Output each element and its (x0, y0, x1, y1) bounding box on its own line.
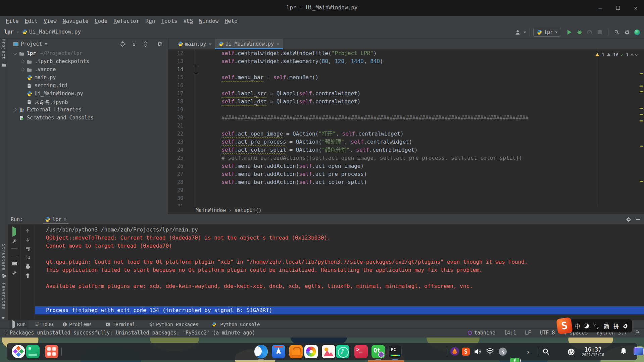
code-line-12[interactable]: 12 self.centralwidget.setWindowTitle("Pr… (168, 49, 644, 57)
pycharm-dock-icon[interactable]: PC (388, 345, 402, 358)
edit-configuration-wrench-icon[interactable] (12, 239, 17, 244)
chevron-right-icon[interactable] (13, 108, 16, 111)
readonly-lock-icon[interactable] (636, 332, 639, 335)
status-event-icon[interactable] (3, 331, 7, 335)
toolbar-python-packages[interactable]: Python Packages (146, 320, 201, 328)
volume-icon[interactable] (474, 348, 481, 355)
menu-view[interactable]: View (41, 18, 60, 24)
locate-file-icon[interactable] (120, 41, 126, 47)
code-line-29[interactable]: 29 (168, 186, 644, 194)
ime-simplified-toggle[interactable]: 简 (603, 322, 609, 330)
stripe-favorites-label[interactable]: Favorites (1, 283, 6, 309)
tree-item-main-py[interactable]: main.py (8, 73, 168, 82)
draw-app-icon[interactable] (304, 345, 318, 358)
tree-item-lpr[interactable]: lpr~/Projects/lpr (8, 49, 168, 57)
tab-main-py[interactable]: main.py × (175, 39, 215, 49)
ime-pinyin-toggle[interactable]: 拼 (613, 322, 619, 330)
close-tab-icon[interactable]: × (63, 216, 66, 222)
run-tab-lpr[interactable]: lpr × (43, 214, 68, 224)
ime-language-toggle[interactable]: 中 (575, 322, 580, 330)
tree-item--ipynb-checkpoints[interactable]: .ipynb_checkpoints (8, 57, 168, 65)
tree-item-external-libraries[interactable]: External Libraries (8, 106, 168, 114)
code-line-16[interactable]: 16 (168, 82, 644, 90)
code-line-27[interactable]: 27 self.menu_bar.addAction(self.act_pre_… (168, 170, 644, 178)
stripe-mark[interactable] (640, 86, 643, 87)
music-app-icon[interactable] (336, 345, 349, 358)
shopping-bag-icon[interactable] (289, 345, 303, 358)
project-panel-title[interactable]: Project (21, 41, 42, 47)
wifi-icon[interactable] (486, 348, 494, 355)
search-icon[interactable] (542, 348, 550, 355)
stripe-project-label[interactable]: Project (1, 39, 6, 59)
code-line-13[interactable]: 13 self.centralwidget.setGeometry(80, 12… (168, 57, 644, 65)
restore-layout-icon[interactable] (12, 261, 17, 266)
code-line-25[interactable]: 25 # self.menu_bar.addActions([self.act_… (168, 154, 644, 162)
tree-item--vscode[interactable]: .vscode (8, 65, 168, 73)
menu-refactor[interactable]: Refactor (110, 18, 142, 24)
tray-sogou-icon[interactable]: S (462, 348, 470, 356)
browser-icon[interactable] (254, 345, 268, 358)
toolbar-terminal[interactable]: Terminal (103, 320, 138, 328)
maximize-button[interactable] (614, 5, 621, 11)
menu-tools[interactable]: Tools (158, 18, 180, 24)
user-account-icon[interactable] (513, 28, 523, 37)
stripe-mark[interactable] (640, 108, 643, 109)
tabnine-widget[interactable]: tabnine (467, 330, 495, 336)
hide-panel-icon[interactable] (636, 219, 640, 220)
debug-button[interactable] (575, 28, 585, 37)
search-everywhere-icon[interactable] (612, 28, 622, 37)
chevron-right-icon[interactable] (20, 67, 24, 71)
close-button[interactable]: × (632, 5, 639, 11)
app-grid-icon[interactable] (45, 345, 58, 358)
stripe-mark[interactable] (640, 181, 643, 182)
status-message[interactable]: Packages uninstalled successfully: Unins… (10, 330, 255, 336)
run-console-output[interactable]: /usr/bin/python3 /home/zqh/Projects/lpr/… (35, 226, 644, 320)
terminal-app-icon[interactable]: >_ (354, 345, 368, 358)
toolbar-run[interactable]: Run (9, 320, 29, 328)
toolbar-todo[interactable]: TODO (32, 320, 56, 328)
photos-app-icon[interactable] (322, 345, 335, 358)
code-line-26[interactable]: 26 self.menu_bar.addAction(self.act_open… (168, 162, 644, 170)
stripe-mark[interactable] (640, 146, 643, 147)
profiler-button[interactable] (585, 28, 595, 37)
bluetooth-icon[interactable] (499, 348, 507, 356)
project-settings-gear-icon[interactable] (157, 41, 162, 47)
next-issue-icon[interactable] (635, 53, 639, 56)
tray-flame-icon[interactable] (450, 347, 459, 356)
chevron-right-icon[interactable] (20, 59, 24, 63)
toolbar-python-console[interactable]: Python Console (209, 320, 263, 328)
minimize-button[interactable]: – (597, 5, 604, 11)
code-editor[interactable]: 12 self.centralwidget.setWindowTitle("Pr… (168, 49, 644, 206)
window-preview-icon[interactable] (634, 347, 644, 355)
chevron-down-icon[interactable] (13, 51, 16, 55)
clear-trash-icon[interactable] (25, 273, 30, 278)
menu-code[interactable]: Code (92, 18, 111, 24)
ime-settings-gear-icon[interactable] (623, 323, 628, 329)
code-line-24[interactable]: 24 self.act_color_split = QAction("颜色分割"… (168, 146, 644, 154)
settings-gear-icon[interactable] (622, 28, 632, 37)
code-line-15[interactable]: 15 self.menu_bar = self.menuBar() (168, 73, 644, 82)
stop-button[interactable] (595, 28, 605, 37)
collapse-all-icon[interactable] (143, 41, 148, 47)
menu-help[interactable]: Help (221, 18, 241, 24)
down-stack-icon[interactable] (25, 237, 30, 242)
menu-window[interactable]: Window (196, 18, 221, 24)
file-manager-icon[interactable] (26, 345, 40, 358)
menu-run[interactable]: Run (142, 18, 158, 24)
breadcrumb-file[interactable]: Ui_MainWindow.py (29, 29, 81, 35)
notifications-bell-icon[interactable] (620, 347, 627, 355)
run-settings-gear-icon[interactable] (626, 217, 631, 222)
file-encoding[interactable]: UTF-8 (540, 330, 555, 336)
tree-item-scratches-and-consoles[interactable]: Scratches and Consoles (8, 114, 168, 122)
stripe-structure-label[interactable]: Structure (1, 244, 6, 270)
soft-wrap-icon[interactable] (25, 246, 31, 251)
stripe-mark[interactable] (640, 114, 643, 115)
menu-vcs[interactable]: VCS (180, 18, 196, 24)
menu-edit[interactable]: Edit (22, 18, 41, 24)
code-line-19[interactable]: 19 (168, 106, 644, 114)
tree-item-setting-ini[interactable]: setting.ini (8, 82, 168, 90)
stripe-mark[interactable] (640, 73, 643, 74)
toolbar-problems[interactable]: Problems (59, 320, 95, 328)
sogou-input-icon[interactable]: S (556, 317, 573, 334)
rerun-button[interactable] (12, 228, 16, 235)
